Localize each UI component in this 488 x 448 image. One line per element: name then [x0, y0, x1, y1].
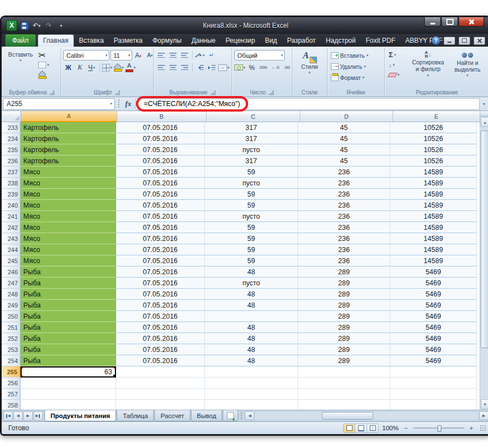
cell-C253[interactable]: 48	[205, 344, 298, 355]
row-header-233[interactable]: 233	[2, 122, 21, 133]
cell-A257[interactable]	[21, 389, 116, 400]
close-button[interactable]	[459, 17, 484, 27]
cell-A235[interactable]: Картофель	[21, 144, 116, 155]
scroll-up-button[interactable]: ▲	[481, 117, 488, 127]
cell-D235[interactable]: 45	[298, 144, 390, 155]
cell-A252[interactable]: Рыба	[21, 333, 116, 344]
first-sheet-button[interactable]: ◀	[3, 411, 13, 421]
zoom-out-button[interactable]: −	[402, 424, 410, 432]
cell-E233[interactable]: 10526	[390, 122, 477, 133]
cell-C247[interactable]: пусто	[205, 278, 298, 289]
cell-B241[interactable]: 07.05.2016	[116, 211, 205, 222]
wrap-text-button[interactable]: ↵	[207, 51, 217, 60]
cell-B237[interactable]: 07.05.2016	[116, 167, 205, 178]
column-header-E[interactable]: E	[393, 111, 480, 122]
cell-E247[interactable]: 5469	[390, 278, 477, 289]
cell-E248[interactable]: 5469	[390, 289, 477, 300]
cell-B247[interactable]: 07.05.2016	[116, 278, 205, 289]
row-header-253[interactable]: 253	[2, 344, 21, 355]
cell-E242[interactable]: 14589	[390, 222, 477, 233]
select-all-corner[interactable]	[2, 111, 21, 122]
font-name-combo[interactable]: Calibri▾	[63, 50, 109, 61]
cell-B243[interactable]: 07.05.2016	[116, 233, 205, 244]
cell-C240[interactable]: 59	[205, 200, 298, 211]
cell-E239[interactable]: 14589	[390, 189, 477, 200]
decrease-decimal-button[interactable]: .00	[281, 63, 292, 72]
cell-A237[interactable]: Мясо	[21, 167, 116, 178]
cell-C238[interactable]: пусто	[205, 178, 298, 189]
grow-font-button[interactable]: А▴	[133, 51, 144, 60]
decrease-indent-button[interactable]	[195, 63, 205, 72]
align-left-button[interactable]	[156, 63, 167, 72]
cell-A239[interactable]: Мясо	[21, 189, 116, 200]
cell-A243[interactable]: Мясо	[21, 233, 116, 244]
cell-C246[interactable]: 48	[205, 266, 298, 278]
cell-B238[interactable]: 07.05.2016	[116, 178, 205, 189]
cell-B250[interactable]: 07.05.2016	[116, 311, 205, 322]
cell-D256[interactable]	[298, 377, 390, 389]
row-header-247[interactable]: 247	[2, 278, 21, 289]
row-header-246[interactable]: 246	[2, 266, 21, 278]
cell-C251[interactable]: 48	[205, 322, 298, 333]
cell-B254[interactable]: 07.05.2016	[116, 355, 205, 366]
cell-C250[interactable]	[205, 311, 298, 322]
cell-D257[interactable]	[298, 389, 390, 400]
workbook-close-button[interactable]	[474, 37, 485, 45]
scroll-left-button[interactable]: ◀	[245, 411, 254, 420]
cell-A248[interactable]: Рыба	[21, 289, 116, 300]
cell-C256[interactable]	[205, 377, 298, 389]
cell-E234[interactable]: 10526	[390, 133, 477, 144]
row-header-254[interactable]: 254	[2, 355, 21, 366]
row-header-243[interactable]: 243	[2, 233, 21, 244]
cell-D246[interactable]: 289	[298, 266, 390, 278]
cell-C249[interactable]: 48	[205, 300, 298, 311]
customize-qat-button[interactable]: ▾	[56, 21, 66, 31]
borders-button[interactable]: ▾	[102, 63, 113, 72]
cell-D255[interactable]	[298, 366, 390, 377]
alignment-dialog-launcher-icon[interactable]	[210, 90, 215, 95]
paste-button[interactable]: Вставить ▾	[6, 49, 36, 64]
bold-button[interactable]: Ж	[63, 63, 74, 72]
cell-D240[interactable]: 236	[298, 200, 390, 211]
cell-D253[interactable]: 289	[298, 344, 390, 355]
font-color-button[interactable]: А▾	[125, 63, 136, 72]
cell-D236[interactable]: 45	[298, 155, 390, 167]
cell-B252[interactable]: 07.05.2016	[116, 333, 205, 344]
cell-A258[interactable]	[21, 400, 116, 410]
ribbon-tab-главная[interactable]: Главная	[38, 34, 74, 47]
row-header-241[interactable]: 241	[2, 211, 21, 222]
cell-E245[interactable]: 14589	[390, 255, 477, 266]
page-layout-view-button[interactable]	[355, 424, 367, 432]
column-header-C[interactable]: C	[207, 111, 300, 122]
cell-D247[interactable]: 289	[298, 278, 390, 289]
insert-function-button[interactable]: fx	[121, 99, 135, 109]
cell-D252[interactable]: 289	[298, 333, 390, 344]
align-bottom-button[interactable]	[179, 51, 190, 60]
cell-D239[interactable]: 236	[298, 189, 390, 200]
row-header-257[interactable]: 257	[2, 389, 21, 400]
vertical-scroll-thumb[interactable]	[481, 130, 488, 348]
cell-B235[interactable]: 07.05.2016	[116, 144, 205, 155]
cell-C233[interactable]: 317	[205, 122, 298, 133]
insert-sheet-button[interactable]	[223, 410, 238, 421]
row-header-258[interactable]: 258	[2, 400, 21, 410]
column-header-A[interactable]: A	[21, 111, 117, 122]
row-header-239[interactable]: 239	[2, 189, 21, 200]
row-header-244[interactable]: 244	[2, 244, 21, 255]
cell-E256[interactable]	[390, 377, 477, 389]
cell-D241[interactable]: 236	[298, 211, 390, 222]
cell-B245[interactable]: 07.05.2016	[116, 255, 205, 266]
minimize-button[interactable]	[424, 17, 441, 27]
cell-E258[interactable]	[390, 400, 477, 410]
cell-E257[interactable]	[390, 389, 477, 400]
orientation-button[interactable]: ▾	[195, 51, 205, 60]
cell-C236[interactable]: 317	[205, 155, 298, 167]
ribbon-tab-формулы[interactable]: Формулы	[148, 35, 187, 47]
increase-indent-button[interactable]	[207, 63, 217, 72]
row-header-252[interactable]: 252	[2, 333, 21, 344]
cell-C254[interactable]: 48	[205, 355, 298, 366]
cell-C242[interactable]: 59	[205, 222, 298, 233]
cell-A244[interactable]: Мясо	[21, 244, 116, 255]
cell-A249[interactable]: Рыба	[21, 300, 116, 311]
expand-formula-bar-button[interactable]: ▾	[480, 99, 488, 109]
